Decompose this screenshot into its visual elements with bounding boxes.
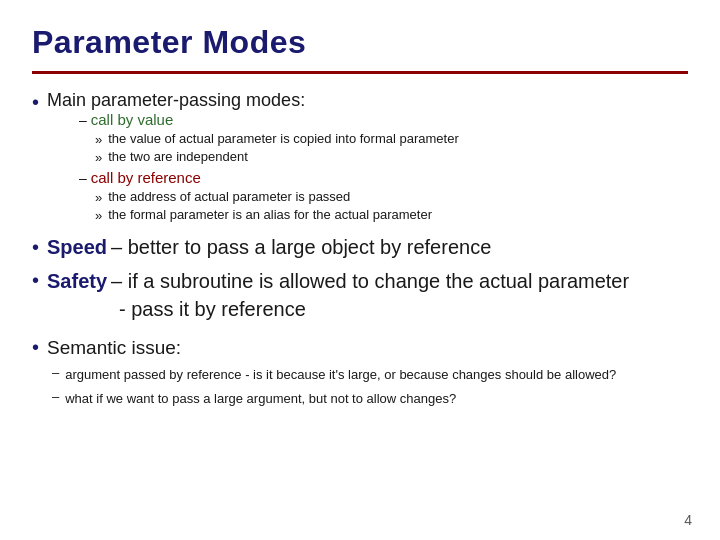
main-bullet-1-text: Main parameter-passing modes: [47, 90, 305, 110]
semantic-label: Semantic issue: [47, 337, 181, 359]
bullet-dot-1: • [32, 91, 39, 114]
safety-text-2: - pass it by reference [119, 298, 306, 320]
semantic-dash-1-text: argument passed by reference - is it bec… [65, 365, 616, 385]
slide: Parameter Modes • Main parameter-passing… [0, 0, 720, 540]
call-by-reference-item-1: » the address of actual parameter is pas… [95, 189, 459, 205]
safety-keyword: Safety [47, 270, 107, 292]
sub-bullet-3: » [95, 190, 102, 205]
speed-keyword: Speed [47, 236, 107, 259]
call-by-value-item-2: » the two are independent [95, 149, 459, 165]
call-by-reference-item-2: » the formal parameter is an alias for t… [95, 207, 459, 223]
call-by-value-item-1: » the value of actual parameter is copie… [95, 131, 459, 147]
sub-section-call-by-value: – call by value » the value of actual pa… [79, 111, 459, 165]
sub-bullet-2: » [95, 150, 102, 165]
call-by-reference-label: – call by reference [79, 169, 459, 186]
call-by-value-text-2: the two are independent [108, 149, 248, 164]
safety-line-1: Safety– if a subroutine is allowed to ch… [47, 267, 629, 295]
semantic-bullet-dot: • [32, 336, 39, 359]
semantic-main-bullet: • Semantic issue: [32, 335, 688, 359]
sub-section-call-by-reference: – call by reference » the address of act… [79, 169, 459, 223]
call-by-value-text-1: the value of actual parameter is copied … [108, 131, 458, 146]
speed-bullet: • Speed – better to pass a large object … [32, 235, 688, 259]
dash-2: – [52, 389, 59, 404]
dash-1: – [52, 365, 59, 380]
safety-bullet-dot: • [32, 269, 39, 292]
semantic-dash-2-text: what if we want to pass a large argument… [65, 389, 456, 409]
call-by-reference-text-2: the formal parameter is an alias for the… [108, 207, 432, 222]
call-by-value-label: – call by value [79, 111, 459, 128]
semantic-section: • Semantic issue: – argument passed by r… [32, 335, 688, 408]
semantic-dash-2: – what if we want to pass a large argume… [52, 389, 688, 409]
divider [32, 71, 688, 74]
call-by-reference-text-1: the address of actual parameter is passe… [108, 189, 350, 204]
sub-bullet-4: » [95, 208, 102, 223]
safety-bullet: • Safety– if a subroutine is allowed to … [32, 267, 688, 323]
speed-text: – better to pass a large object by refer… [111, 236, 491, 259]
speed-bullet-dot: • [32, 236, 39, 259]
slide-title: Parameter Modes [32, 24, 688, 61]
safety-line-2-block: - pass it by reference [119, 295, 629, 323]
page-number: 4 [684, 512, 692, 528]
safety-text-1: – if a subroutine is allowed to change t… [111, 270, 629, 292]
semantic-dash-1: – argument passed by reference - is it b… [52, 365, 688, 385]
sub-bullet-1: » [95, 132, 102, 147]
main-bullet-1: • Main parameter-passing modes: – call b… [32, 90, 688, 227]
